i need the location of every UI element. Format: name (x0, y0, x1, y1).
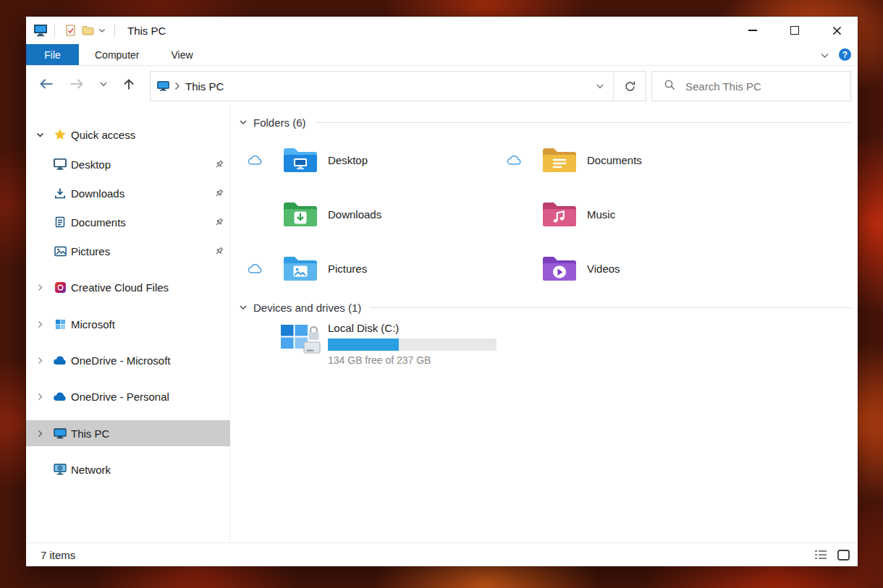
videos-folder-icon (541, 253, 578, 284)
sidebar-item-label: Desktop (71, 158, 111, 171)
large-icons-view-button[interactable] (836, 547, 850, 562)
titlebar-separator (114, 24, 115, 37)
file-explorer-window: This PC File Computer View ? (26, 17, 858, 566)
documents-folder-icon (541, 145, 578, 175)
view-toggles (814, 547, 850, 562)
sidebar-item-creative-cloud-files[interactable]: Creative Cloud Files (26, 273, 230, 302)
sidebar-item-microsoft[interactable]: Microsoft (26, 310, 230, 338)
navigation-bar: This PC (26, 66, 858, 102)
chevron-right-icon[interactable] (34, 430, 46, 438)
folder-tile-videos[interactable]: Videos (498, 250, 748, 286)
breadcrumb[interactable]: This PC (185, 80, 224, 93)
ribbon-bar: File Computer View ? (26, 44, 858, 66)
details-view-icon (814, 550, 827, 560)
sidebar-item-onedrive-personal[interactable]: OneDrive - Personal (26, 382, 230, 411)
chevron-right-icon[interactable] (34, 393, 46, 401)
network-icon (53, 464, 67, 475)
help-button[interactable]: ? (839, 48, 851, 61)
downloads-folder-icon (282, 199, 318, 229)
search-box[interactable] (651, 71, 851, 101)
sidebar-item-quick-access[interactable]: Quick access (26, 120, 230, 149)
sidebar-item-this-pc[interactable]: This PC (26, 420, 230, 446)
folder-tile-label: Videos (587, 263, 620, 275)
folder-tile-label: Documents (587, 154, 642, 166)
search-input[interactable] (684, 80, 850, 93)
refresh-button[interactable] (614, 72, 646, 101)
onedrive-cloud-icon (53, 356, 67, 365)
folder-tile-label: Downloads (328, 208, 381, 221)
folder-tile-pictures[interactable]: Pictures (239, 250, 489, 286)
close-button[interactable] (820, 17, 853, 44)
window-controls (736, 17, 853, 44)
up-button[interactable] (123, 78, 135, 90)
tab-view[interactable]: View (155, 44, 208, 65)
section-title: Folders (6) (253, 116, 306, 129)
window-title: This PC (127, 25, 166, 37)
recent-locations-chevron-icon[interactable] (100, 82, 107, 87)
minimize-icon (748, 30, 757, 31)
back-button[interactable] (39, 78, 54, 90)
this-pc-icon (53, 428, 67, 439)
sidebar-item-documents[interactable]: Documents (26, 208, 230, 237)
chevron-right-icon[interactable] (34, 357, 46, 365)
maximize-button[interactable] (778, 17, 811, 44)
devices-section-header[interactable]: Devices and drives (1) (239, 297, 851, 318)
this-pc-icon (157, 81, 169, 91)
collapse-chevron-icon[interactable] (239, 118, 248, 127)
chevron-down-icon[interactable] (34, 131, 46, 139)
ribbon-collapse-chevron-icon[interactable] (821, 48, 829, 61)
folders-section-header[interactable]: Folders (6) (239, 112, 851, 132)
navigation-buttons (39, 66, 135, 102)
item-count: 7 items (41, 549, 75, 561)
sidebar-item-onedrive-microsoft[interactable]: OneDrive - Microsoft (26, 346, 230, 375)
folder-tile-documents[interactable]: Documents (498, 142, 748, 178)
microsoft-icon (53, 319, 67, 330)
sidebar-item-label: Network (71, 464, 111, 476)
folder-tile-label: Desktop (328, 154, 368, 166)
titlebar: This PC (26, 17, 858, 44)
titlebar-left: This PC (26, 17, 166, 44)
properties-icon[interactable] (62, 20, 79, 41)
sidebar-item-pictures[interactable]: Pictures (26, 237, 230, 265)
sidebar-item-desktop[interactable]: Desktop (26, 150, 230, 179)
navigation-pane: Quick access Desktop Downloads Documents… (26, 102, 230, 542)
tab-file[interactable]: File (26, 44, 79, 65)
capacity-bar (328, 338, 497, 351)
new-folder-icon[interactable] (79, 20, 96, 41)
collapse-chevron-icon[interactable] (239, 303, 248, 312)
refresh-icon (624, 80, 636, 93)
pin-icon (214, 217, 224, 230)
drive-info: Local Disk (C:) 134 GB free of 237 GB (328, 323, 497, 366)
chevron-right-icon[interactable] (34, 320, 46, 328)
download-arrow-icon (53, 187, 67, 199)
sidebar-item-label: Quick access (71, 129, 135, 141)
sidebar-item-label: OneDrive - Personal (71, 391, 169, 403)
picture-icon (53, 246, 67, 257)
folder-tile-music[interactable]: Music (498, 196, 748, 232)
maximize-icon (790, 26, 799, 35)
customize-chevron-icon[interactable] (96, 20, 108, 41)
breadcrumb-chevron-icon[interactable] (174, 82, 180, 90)
folder-tile-downloads[interactable]: Downloads (239, 196, 489, 232)
windows-drive-icon (279, 323, 321, 362)
minimize-button[interactable] (736, 17, 769, 44)
details-view-button[interactable] (814, 547, 828, 562)
drive-tile-local-disk-c[interactable]: Local Disk (C:) 134 GB free of 237 GB (239, 323, 550, 369)
chevron-right-icon[interactable] (34, 284, 46, 291)
back-arrow-icon (39, 78, 54, 90)
creative-cloud-icon (53, 281, 67, 294)
files-pane: Folders (6) Desktop Documents (230, 102, 858, 542)
forward-button[interactable] (69, 78, 84, 90)
tab-computer[interactable]: Computer (79, 44, 155, 65)
address-bar[interactable]: This PC (150, 71, 646, 101)
sidebar-item-label: OneDrive - Microsoft (71, 354, 171, 367)
this-pc-icon (33, 24, 48, 37)
status-bar: 7 items (26, 542, 858, 566)
sidebar-item-network[interactable]: Network (26, 455, 230, 484)
close-icon (832, 26, 842, 35)
desktop-folder-icon (282, 145, 318, 175)
address-dropdown-chevron-icon[interactable] (596, 84, 604, 89)
folder-tile-desktop[interactable]: Desktop (239, 142, 489, 178)
sidebar-item-downloads[interactable]: Downloads (26, 179, 230, 208)
folder-tile-label: Music (587, 208, 615, 221)
